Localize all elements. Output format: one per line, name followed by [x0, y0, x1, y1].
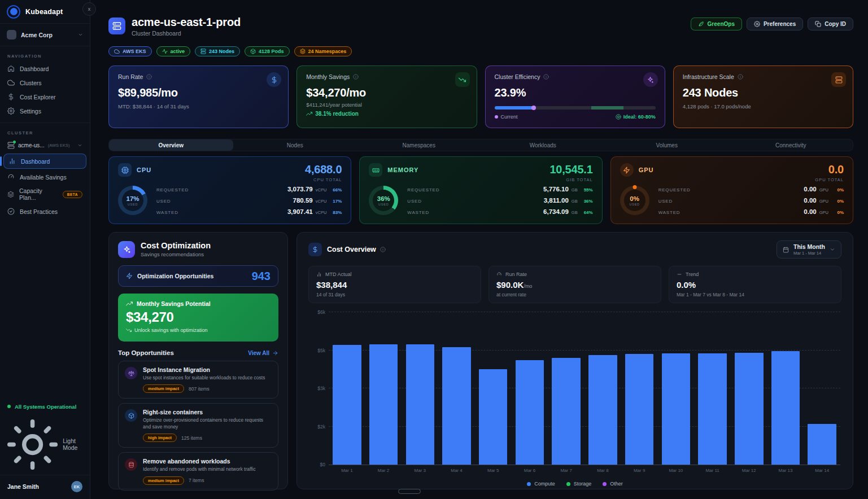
tab-nodes[interactable]: Nodes [233, 139, 357, 151]
page-subtitle: Cluster Dashboard [132, 30, 241, 37]
memory-requested-row: REQUESTED5,776.10GB55% [407, 186, 592, 192]
home-icon [7, 65, 15, 72]
chart-bar[interactable] [333, 345, 361, 465]
app-name: Kubeadapt [25, 8, 63, 16]
chart-bar[interactable] [369, 344, 398, 465]
chart-bar[interactable] [808, 424, 836, 465]
chart-bar[interactable] [662, 353, 690, 465]
info-icon[interactable] [353, 74, 359, 80]
chart-bar[interactable] [406, 344, 434, 465]
chart-bar[interactable] [516, 360, 544, 465]
chart-bar[interactable] [625, 354, 653, 465]
chart-x-label: Mar 4 [438, 468, 475, 473]
user-menu[interactable]: Jane Smith EK [0, 475, 90, 499]
scroll-indicator[interactable] [398, 489, 421, 494]
chart-x-label: Mar 5 [475, 468, 512, 473]
cpu-total: 4,688.0 [305, 163, 342, 176]
memory-donut: 36%USED [369, 186, 398, 215]
cpu-used-row: USED780.59vCPU17% [156, 197, 342, 204]
resource-cards: CPU 4,688.0 CPU TOTAL 17%USED REQUESTED3… [108, 156, 853, 224]
status-dot [7, 405, 11, 408]
chart-x-label: Mar 11 [694, 468, 731, 473]
chart-bar[interactable] [698, 353, 726, 465]
cpu-donut: 17%USED [118, 186, 147, 215]
beta-badge: BETA [63, 191, 82, 198]
chart-x-label: Mar 8 [585, 468, 621, 473]
stat-cards: Run Rate $89,985/mo MTD: $38,844 · 14 of… [108, 65, 853, 128]
view-all-link[interactable]: View All [248, 350, 278, 356]
cpu-card: CPU 4,688.0 CPU TOTAL 17%USED REQUESTED3… [108, 156, 351, 224]
monthly-savings-card: Monthly Savings $34,270/mo $411,241/year… [296, 65, 477, 128]
sidebar-item-available-savings[interactable]: Available Savings [0, 170, 90, 184]
sidebar-item-cluster-dashboard[interactable]: Dashboard [3, 154, 86, 169]
chart-bar[interactable] [735, 353, 763, 465]
gear-icon [7, 107, 15, 115]
chart-bar[interactable] [588, 355, 617, 465]
bar-chart-icon [316, 272, 322, 277]
cluster-efficiency-card: Cluster Efficiency 23.9% Current Ideal: … [485, 65, 665, 128]
sidebar-item-settings[interactable]: Settings [0, 104, 90, 118]
leaf-icon [698, 21, 704, 27]
info-icon[interactable] [146, 74, 152, 80]
run-rate-value: $89,985/mo [118, 86, 279, 99]
chart-bar[interactable] [552, 358, 580, 465]
savings-potential-box: Monthly Savings Potential $34,270 Unlock… [118, 294, 278, 342]
gpu-donut-marker [633, 185, 636, 189]
server-icon [831, 72, 846, 87]
greenops-button[interactable]: GreenOps [691, 17, 742, 30]
sidebar-item-capacity-planner[interactable]: Capacity Plan... BETA [0, 184, 90, 204]
sidebar-collapse-button[interactable]: x [82, 2, 96, 16]
sidebar-item-clusters[interactable]: Clusters [0, 76, 90, 90]
server-icon [7, 142, 15, 149]
impact-badge: medium impact [143, 384, 184, 393]
tab-connectivity[interactable]: Connectivity [729, 139, 853, 151]
chart-bar[interactable] [479, 369, 507, 465]
panel-title: Cost Optimization [141, 241, 211, 250]
period-dropdown[interactable]: This Month Mar 1 - Mar 14 [777, 240, 841, 259]
scale-value: 243 Nodes [683, 86, 844, 99]
infrastructure-scale-card: Infrastructure Scale 243 Nodes 4,128 pod… [673, 65, 853, 128]
theme-toggle[interactable]: Light Mode [0, 414, 90, 475]
cloud-icon [114, 49, 120, 54]
preferences-button[interactable]: Preferences [747, 17, 803, 30]
chart-x-label: Mar 13 [767, 468, 804, 473]
tab-volumes[interactable]: Volumes [605, 139, 729, 151]
box-icon [250, 49, 256, 54]
cluster-badges: AWS EKS active 243 Nodes 4128 Pods 24 Na… [108, 46, 853, 56]
chevron-down-icon [830, 247, 835, 252]
monthly-savings-value: $34,270/mo [306, 86, 467, 99]
chart-plot-area: $0$2k$3k$5k$6k [329, 312, 840, 465]
sidebar-item-dashboard[interactable]: Dashboard [0, 62, 90, 76]
badge-pods: 4128 Pods [245, 46, 290, 56]
optimization-opportunities[interactable]: Optimization Opportunities 943 [118, 265, 278, 287]
info-icon[interactable] [738, 74, 743, 80]
cluster-selector[interactable]: acme-us... (AWS EKS) [0, 138, 90, 152]
calendar-icon [783, 247, 789, 253]
gauge-icon [7, 173, 15, 181]
sidebar-item-best-practices[interactable]: Best Practices [0, 204, 90, 218]
tab-workloads[interactable]: Workloads [481, 139, 605, 151]
dollar-icon [7, 93, 15, 100]
org-selector[interactable]: Acme Corp [0, 24, 90, 46]
sidebar-item-cost-explorer[interactable]: Cost Explorer [0, 90, 90, 104]
info-icon[interactable] [380, 247, 386, 252]
chart-x-axis: Mar 1Mar 2Mar 3Mar 4Mar 5Mar 6Mar 7Mar 8… [329, 468, 840, 473]
arrow-right-icon [272, 350, 278, 356]
cpu-requested-row: REQUESTED3,073.79vCPU66% [156, 186, 342, 192]
efficiency-ideal-label: Ideal: 60-80% [616, 114, 656, 120]
cloud-icon [7, 79, 15, 86]
chart-bar[interactable] [442, 347, 470, 465]
layers-icon [300, 49, 306, 54]
memory-card: MEMORY 10,545.1 GIB TOTAL 36%USED REQUES… [359, 156, 602, 224]
tab-overview[interactable]: Overview [109, 139, 233, 151]
copy-id-button[interactable]: Copy ID [808, 17, 853, 30]
opportunity-spot-migration[interactable]: Spot Instance Migration Use spot instanc… [118, 361, 278, 399]
memory-used-row: USED3,811.00GB36% [407, 197, 592, 204]
gpu-used-row: USED0.00GPU0% [658, 197, 844, 204]
tab-namespaces[interactable]: Namespaces [357, 139, 481, 151]
opportunity-remove-abandoned[interactable]: Remove abandoned workloads Identify and … [118, 452, 278, 490]
database-icon [125, 458, 137, 471]
opportunity-right-size[interactable]: Right-size containers Optimize over-prov… [118, 403, 278, 448]
info-icon[interactable] [543, 74, 549, 80]
chart-bar[interactable] [771, 351, 800, 465]
